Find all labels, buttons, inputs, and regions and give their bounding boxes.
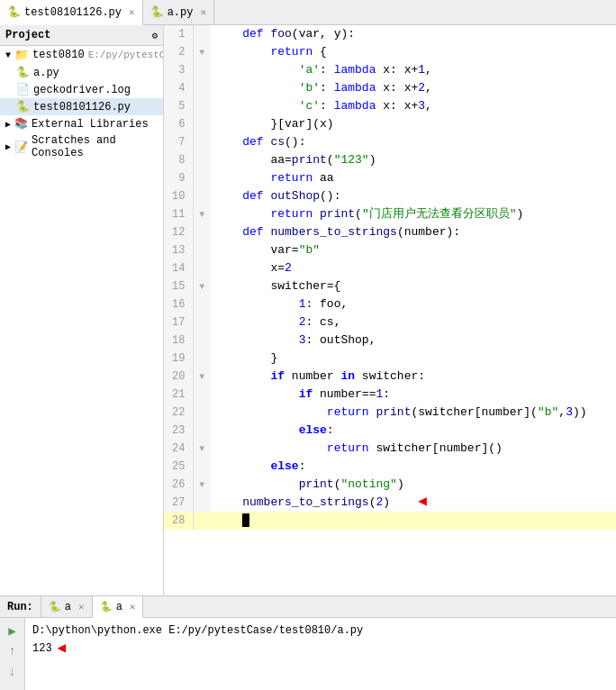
code-line-25: 25 else: [164, 458, 616, 476]
line-code: print("noting") [211, 476, 616, 494]
sidebar-item-label: Scratches and Consoles [32, 134, 158, 159]
lib-icon: 📚 [14, 117, 28, 131]
line-gutter [193, 458, 211, 476]
tab-apy[interactable]: 🐍 a.py ✕ [143, 0, 214, 24]
line-num: 28 [164, 512, 193, 530]
fold-icon-26[interactable]: ▼ [199, 480, 204, 490]
sidebar-item-scratches[interactable]: ▶ 📝 Scratches and Consoles [0, 132, 163, 161]
run-scroll-up-button[interactable]: ↑ [4, 642, 22, 660]
line-gutter [193, 295, 211, 313]
sidebar-item-path: E:/py/pytestCase [88, 50, 164, 60]
sidebar: Project ⚙ ▼ 📁 test0810 E:/py/pytestCase … [0, 25, 164, 595]
run-tab-icon-2: 🐍 [100, 601, 113, 613]
tab-close-icon-2[interactable]: ✕ [200, 6, 206, 18]
code-line-21: 21 if number==1: [164, 386, 616, 404]
line-num: 1 [164, 25, 193, 43]
run-scroll-down-button[interactable]: ↓ [4, 663, 22, 681]
tab-bar: 🐍 test08101126.py ✕ 🐍 a.py ✕ [0, 0, 616, 25]
line-num: 7 [164, 133, 193, 151]
tab-label-2: a.py [168, 6, 194, 19]
line-num: 13 [164, 241, 193, 259]
line-num: 6 [164, 115, 193, 133]
line-num: 17 [164, 313, 193, 331]
tab-close-icon[interactable]: ✕ [129, 6, 135, 18]
line-code: 1: foo, [211, 295, 616, 313]
line-code: x=2 [211, 259, 616, 277]
line-num: 20 [164, 368, 193, 386]
line-code: if number in switcher: [211, 368, 616, 386]
code-content[interactable]: 1 def foo(var, y): 2 ▼ return { 3 [164, 25, 616, 595]
line-code: return print(switcher[number]("b",3)) [211, 404, 616, 422]
line-code: }[var](x) [211, 115, 616, 133]
code-line-26: 26 ▼ print("noting") [164, 476, 616, 494]
sidebar-item-geckodriver[interactable]: 📄 geckodriver.log [0, 81, 163, 98]
code-line-10: 10 def outShop(): [164, 187, 616, 205]
sidebar-settings-icon[interactable]: ⚙ [151, 30, 158, 41]
py-icon: 🐍 [7, 5, 21, 19]
line-num: 15 [164, 277, 193, 295]
code-line-7: 7 def cs(): [164, 133, 616, 151]
line-gutter [193, 313, 211, 331]
line-code: numbers_to_strings(2) ◀ [211, 494, 616, 512]
line-code: else: [211, 458, 616, 476]
line-code: } [211, 350, 616, 368]
line-gutter: ▼ [193, 43, 211, 61]
code-line-6: 6 }[var](x) [164, 115, 616, 133]
run-label: Run: [0, 596, 41, 617]
run-tab-close-2[interactable]: ✕ [130, 601, 136, 613]
sidebar-item-test08101126[interactable]: 🐍 test08101126.py [0, 98, 163, 115]
line-num: 24 [164, 440, 193, 458]
line-gutter [193, 79, 211, 97]
sidebar-item-label: test08101126.py [33, 101, 131, 113]
sidebar-item-external-libraries[interactable]: ▶ 📚 External Libraries [0, 115, 163, 132]
line-num: 21 [164, 386, 193, 404]
line-code: var="b" [211, 241, 616, 259]
line-gutter: ▼ [193, 205, 211, 223]
sidebar-item-label: geckodriver.log [33, 84, 131, 96]
run-tab-a1[interactable]: 🐍 a ✕ [41, 596, 93, 617]
line-code: if number==1: [211, 386, 616, 404]
run-tab-close-1[interactable]: ✕ [78, 601, 85, 613]
fold-icon-15[interactable]: ▼ [199, 282, 204, 292]
line-gutter [193, 331, 211, 350]
run-tab-bar: Run: 🐍 a ✕ 🐍 a ✕ [0, 596, 616, 618]
line-num: 2 [164, 43, 193, 61]
line-num: 18 [164, 331, 193, 350]
line-code [211, 512, 616, 530]
line-num: 9 [164, 169, 193, 187]
output-path-line: D:\python\python.exe E:/py/pytestCase/te… [32, 622, 609, 640]
line-num: 25 [164, 458, 193, 476]
code-line-4: 4 'b': lambda x: x+2, [164, 79, 616, 97]
expand-icon-lib: ▶ [5, 119, 11, 130]
sidebar-item-test0810[interactable]: ▼ 📁 test0810 E:/py/pytestCase [0, 46, 163, 64]
line-num: 4 [164, 79, 193, 97]
run-tab-a2[interactable]: 🐍 a ✕ [93, 596, 144, 618]
fold-icon-11[interactable]: ▼ [199, 210, 204, 220]
bottom-panel: Run: 🐍 a ✕ 🐍 a ✕ ▶ ↑ ↓ D:\python\python.… [0, 595, 616, 690]
sidebar-item-apy[interactable]: 🐍 a.py [0, 64, 163, 81]
code-line-18: 18 3: outShop, [164, 331, 616, 350]
code-line-12: 12 def numbers_to_strings(number): [164, 223, 616, 241]
code-line-2: 2 ▼ return { [164, 43, 616, 61]
run-sidebar: ▶ ↑ ↓ [0, 618, 25, 690]
editor-area: 1 def foo(var, y): 2 ▼ return { 3 [164, 25, 616, 595]
fold-icon-24[interactable]: ▼ [199, 444, 204, 454]
line-code: 2: cs, [211, 313, 616, 331]
line-gutter [193, 259, 211, 277]
line-gutter [193, 241, 211, 259]
code-line-23: 23 else: [164, 422, 616, 440]
line-code: 3: outShop, [211, 331, 616, 350]
output-path: D:\python\python.exe E:/py/pytestCase/te… [32, 622, 363, 640]
fold-icon[interactable]: ▼ [199, 48, 204, 58]
line-num: 23 [164, 422, 193, 440]
line-gutter [193, 386, 211, 404]
tab-test08101126[interactable]: 🐍 test08101126.py ✕ [0, 0, 143, 25]
line-gutter [193, 115, 211, 133]
fold-icon-20[interactable]: ▼ [199, 372, 204, 382]
line-num: 8 [164, 151, 193, 169]
line-code: return aa [211, 169, 616, 187]
line-num: 5 [164, 97, 193, 115]
line-gutter: ▼ [193, 368, 211, 386]
run-play-button[interactable]: ▶ [4, 622, 22, 640]
output-result: 123 [32, 640, 52, 658]
